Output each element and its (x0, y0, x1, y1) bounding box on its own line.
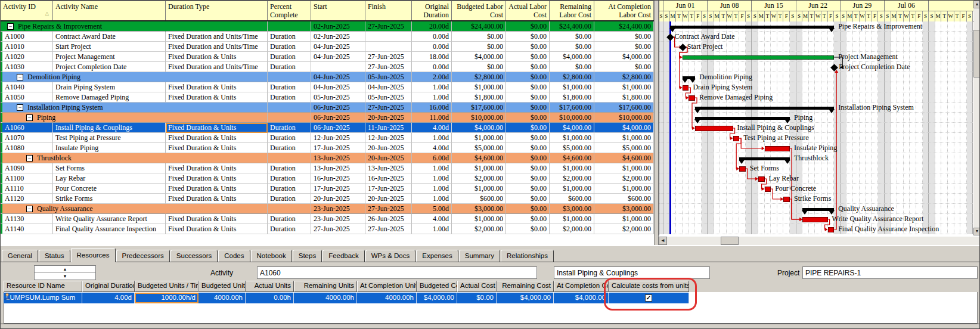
resource-row[interactable]: LUMPSUM.Lump Sum4.00d1000.00h/d4000.00h0… (4, 293, 689, 303)
column-header-id[interactable]: Activity ID△ (1, 1, 53, 20)
resource-cell[interactable]: 4000.00h (357, 293, 417, 303)
tab-predecessors[interactable]: Predecessors (116, 250, 170, 262)
table-cell[interactable]: A1090 (2, 163, 53, 173)
calculate-costs-cell[interactable]: ✓ (609, 293, 689, 303)
table-cell[interactable]: Set Forms (53, 163, 166, 173)
table-cell[interactable]: 13-Jun-2025 (311, 163, 365, 173)
table-cell[interactable]: 05-Jun-2025 (365, 92, 412, 103)
resource-cell[interactable]: 0.00h (246, 293, 294, 303)
table-cell[interactable]: $4,600.00 (594, 153, 654, 163)
resource-column-header[interactable]: Resource ID Name (4, 281, 82, 292)
column-header-remaining[interactable]: Remaining Labor Cost (550, 1, 594, 20)
table-cell[interactable]: $0.00 (506, 113, 550, 123)
activity-row[interactable]: A1080Insulate PipingFixed Duration & Uni… (1, 143, 654, 153)
table-cell[interactable]: $0.00 (506, 194, 550, 204)
table-cell[interactable]: A1140 (2, 224, 53, 234)
gantt-activity-bar[interactable] (765, 146, 790, 151)
resource-cell[interactable]: 4.00d (82, 293, 135, 303)
table-cell[interactable]: $0.00 (550, 32, 594, 42)
table-cell[interactable]: 12-Jun-2025 (365, 133, 412, 143)
table-cell[interactable]: Duration (268, 143, 311, 153)
table-cell[interactable]: $0.00 (506, 143, 550, 153)
table-cell[interactable]: 16-Jun-2025 (311, 173, 365, 184)
table-cell[interactable]: 27-Jun-2025 (365, 204, 412, 214)
table-cell[interactable]: 06-Jun-2025 (311, 103, 365, 113)
activity-id-field[interactable] (257, 266, 537, 279)
table-cell[interactable]: A1000 (2, 32, 53, 42)
table-cell[interactable]: $0.00 (506, 133, 550, 143)
table-cell[interactable]: 4.00d (412, 214, 452, 224)
table-cell[interactable]: Fixed Duration & Units (166, 214, 268, 224)
gantt-timescale[interactable]: Jun 01Jun 08Jun 15Jun 22Jun 29Jul 06SSMT… (659, 1, 974, 21)
table-cell[interactable]: 02-Jun-2025 (311, 21, 365, 32)
table-cell[interactable]: 20-Jun-2025 (311, 194, 365, 204)
table-cell[interactable]: $3,000.00 (452, 204, 506, 214)
table-cell[interactable]: $10,000.00 (594, 113, 654, 123)
column-header-pct[interactable]: Percent Complete Type (268, 1, 311, 20)
table-cell[interactable]: $600.00 (594, 194, 654, 204)
table-cell[interactable]: $1,000.00 (550, 82, 594, 92)
activity-row[interactable]: A1050Remove Damaged PipingFixed Duration… (1, 92, 654, 103)
collapse-icon[interactable]: − (26, 114, 33, 121)
column-header-finish[interactable]: Finish (365, 1, 412, 20)
table-cell[interactable]: $1,800.00 (452, 92, 506, 103)
activity-row[interactable]: A1100Lay RebarFixed Duration & UnitsDura… (1, 173, 654, 184)
table-cell[interactable]: Contract Award Date (53, 32, 166, 42)
collapse-icon[interactable]: − (26, 206, 33, 212)
table-cell[interactable]: 1.00d (412, 184, 452, 194)
table-cell[interactable]: Fixed Duration and Units/Time (166, 42, 268, 52)
resource-column-header[interactable]: Calculate costs from units (609, 281, 689, 292)
table-cell[interactable]: 04-Jun-2025 (311, 82, 365, 92)
table-cell[interactable]: Pour Concrete (53, 184, 166, 194)
table-cell[interactable]: Duration (268, 123, 311, 133)
table-cell[interactable]: Strike Forms (53, 194, 166, 204)
table-cell[interactable]: A1100 (2, 173, 53, 184)
gantt-activity-bar[interactable] (739, 166, 746, 172)
table-cell[interactable]: Test Piping at Pressure (53, 133, 166, 143)
resource-cell[interactable]: 1000.00h/d (135, 293, 199, 303)
table-cell[interactable]: 5.00d (412, 204, 452, 214)
resource-column-header[interactable]: Actual Cost (457, 281, 497, 292)
table-cell[interactable]: Duration (268, 42, 311, 52)
collapse-icon[interactable]: − (17, 104, 23, 111)
column-header-actual[interactable]: Actual Labor Cost (506, 1, 550, 20)
table-cell[interactable]: Fixed Duration and Units/Time (166, 62, 268, 72)
activity-navigator[interactable]: ▲ ▼ (34, 265, 96, 280)
wbs-row[interactable]: −Quality Assuarance23-Jun-202527-Jun-202… (1, 204, 654, 214)
table-cell[interactable]: Fixed Duration & Units (166, 224, 268, 234)
table-cell[interactable]: $2,000.00 (550, 224, 594, 234)
table-cell[interactable]: $1,000.00 (594, 184, 654, 194)
table-cell[interactable]: Fixed Duration & Units (166, 92, 268, 103)
table-cell[interactable] (166, 72, 268, 82)
tab-codes[interactable]: Codes (218, 250, 250, 262)
tab-successors[interactable]: Successors (170, 250, 218, 262)
table-cell[interactable]: Fixed Duration & Units (166, 133, 268, 143)
table-cell[interactable]: A1110 (2, 184, 53, 194)
tab-status[interactable]: Status (39, 250, 70, 262)
table-cell[interactable]: $4,000.00 (594, 52, 654, 62)
activity-row[interactable]: A1110Pour ConcreteFixed Duration & Units… (1, 184, 654, 194)
table-cell[interactable]: 26-Jun-2025 (365, 214, 412, 224)
table-cell[interactable]: 16.00d (412, 103, 452, 113)
table-cell[interactable]: $600.00 (452, 194, 506, 204)
table-cell[interactable]: $0.00 (506, 21, 550, 32)
resource-column-header[interactable]: At Completion Cost (554, 281, 609, 292)
activity-row[interactable]: A1140Final Quality Assurance InspectionF… (1, 224, 654, 234)
table-cell[interactable]: $4,000.00 (452, 123, 506, 133)
table-cell[interactable]: $0.00 (506, 62, 550, 72)
table-cell[interactable]: $1,000.00 (452, 214, 506, 224)
table-cell[interactable]: $0.00 (506, 204, 550, 214)
table-cell[interactable]: $1,000.00 (594, 133, 654, 143)
resource-column-header[interactable]: Budgeted Units / Time (135, 281, 199, 292)
table-cell[interactable]: $1,000.00 (550, 184, 594, 194)
table-cell[interactable]: 27-Jun-2025 (365, 224, 412, 234)
activity-row[interactable]: A1090Set FormsFixed Duration & UnitsDura… (1, 163, 654, 173)
resource-cell[interactable]: 4000.00h (294, 293, 357, 303)
table-cell[interactable]: $5,000.00 (550, 143, 594, 153)
table-cell[interactable]: $0.00 (506, 103, 550, 113)
table-cell[interactable]: $1,000.00 (594, 82, 654, 92)
vertical-scroll-thumb[interactable] (973, 30, 980, 77)
activity-row[interactable]: A1030Project Completion DateFixed Durati… (1, 62, 654, 72)
table-cell[interactable]: Start Project (53, 42, 166, 52)
table-cell[interactable]: 1.00d (412, 224, 452, 234)
